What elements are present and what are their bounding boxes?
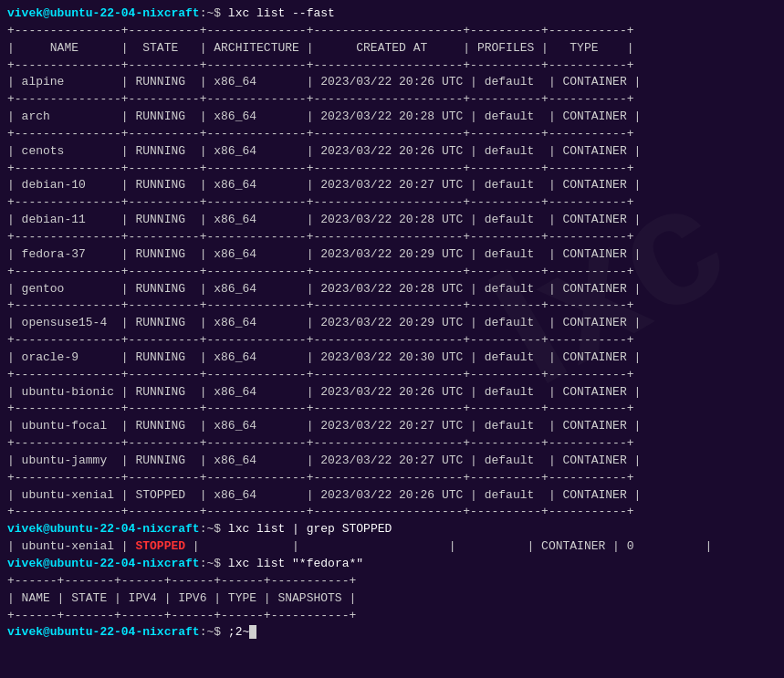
prompt-path: :~ <box>200 6 214 20</box>
table-sep: +---------------+----------+------------… <box>7 435 777 453</box>
command-last: ;2~ <box>228 625 249 639</box>
command-list-fedora: lxc list "*fedora*" <box>228 557 363 570</box>
prompt-line-1: vivek@ubuntu-22-04-nixcraft:~$ lxc list … <box>7 5 777 23</box>
command-grep: lxc list | grep STOPPED <box>228 522 392 536</box>
prompt-line-3: vivek@ubuntu-22-04-nixcraft:~$ lxc list … <box>7 556 777 573</box>
prompt-dollar-4: $ <box>214 625 228 639</box>
table-border-top: +---------------+----------+------------… <box>7 23 777 40</box>
fedora-table-header: | NAME | STATE | IPV4 | IPV6 | TYPE | SN… <box>7 590 777 608</box>
cursor <box>249 625 256 639</box>
table-sep: +---------------+----------+------------… <box>7 229 777 246</box>
table-sep: +---------------+----------+------------… <box>7 126 777 143</box>
stopped-status: STOPPED <box>135 539 185 553</box>
grep-result: | ubuntu-xenial | STOPPED | | | | CONTAI… <box>7 538 777 556</box>
table-row: | debian-11 | RUNNING | x86_64 | 2023/03… <box>7 212 777 229</box>
table-row: | debian-10 | RUNNING | x86_64 | 2023/03… <box>7 177 777 194</box>
prompt-line-2: vivek@ubuntu-22-04-nixcraft:~$ lxc list … <box>7 521 777 538</box>
table-row: | oracle-9 | RUNNING | x86_64 | 2023/03/… <box>7 349 777 367</box>
table-sep: +---------------+----------+------------… <box>7 470 777 487</box>
prompt-user-3: vivek@ubuntu-22-04-nixcraft <box>7 557 200 570</box>
prompt-user-2: vivek@ubuntu-22-04-nixcraft <box>7 522 200 536</box>
table-row: | fedora-37 | RUNNING | x86_64 | 2023/03… <box>7 246 777 264</box>
table-border-bottom: +---------------+----------+------------… <box>7 504 777 521</box>
prompt-user: vivek@ubuntu-22-04-nixcraft <box>7 6 200 20</box>
table-row: | opensuse15-4 | RUNNING | x86_64 | 2023… <box>7 315 777 332</box>
prompt-line-4: vivek@ubuntu-22-04-nixcraft:~$ ;2~ <box>7 624 777 641</box>
table-sep: +---------------+----------+------------… <box>7 194 777 212</box>
table-row: | ubuntu-xenial | STOPPED | x86_64 | 202… <box>7 487 777 505</box>
table-row: | gentoo | RUNNING | x86_64 | 2023/03/22… <box>7 281 777 298</box>
table-sep: +---------------+----------+------------… <box>7 91 777 109</box>
table-row: | ubuntu-jammy | RUNNING | x86_64 | 2023… <box>7 453 777 470</box>
command-lxc-list-fast: lxc list --fast <box>228 6 335 20</box>
fedora-table-border-top: +------+-------+------+------+------+---… <box>7 573 777 590</box>
prompt-dollar: $ <box>214 6 228 20</box>
table-row: | cenots | RUNNING | x86_64 | 2023/03/22… <box>7 143 777 161</box>
table-header-sep: +---------------+----------+------------… <box>7 57 777 75</box>
table-sep: +---------------+----------+------------… <box>7 161 777 178</box>
fedora-table-border-bottom: +------+-------+------+------+------+---… <box>7 608 777 625</box>
table-row: | ubuntu-focal | RUNNING | x86_64 | 2023… <box>7 418 777 435</box>
table-sep: +---------------+----------+------------… <box>7 297 777 315</box>
prompt-path-2: :~ <box>200 522 214 536</box>
prompt-user-4: vivek@ubuntu-22-04-nixcraft <box>7 625 200 639</box>
prompt-dollar-3: $ <box>214 557 228 570</box>
table-row: | alpine | RUNNING | x86_64 | 2023/03/22… <box>7 74 777 91</box>
prompt-path-3: :~ <box>200 557 214 570</box>
prompt-path-4: :~ <box>200 625 214 639</box>
table-header: | NAME | STATE | ARCHITECTURE | CREATED … <box>7 40 777 57</box>
table-sep: +---------------+----------+------------… <box>7 367 777 384</box>
table-row: | arch | RUNNING | x86_64 | 2023/03/22 2… <box>7 109 777 126</box>
table-row: | ubuntu-bionic | RUNNING | x86_64 | 202… <box>7 384 777 402</box>
table-sep: +---------------+----------+------------… <box>7 332 777 349</box>
prompt-dollar-2: $ <box>214 522 228 536</box>
table-sep: +---------------+----------+------------… <box>7 401 777 418</box>
table-sep: +---------------+----------+------------… <box>7 264 777 281</box>
